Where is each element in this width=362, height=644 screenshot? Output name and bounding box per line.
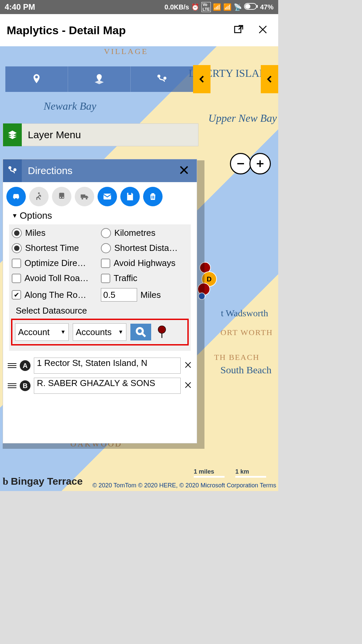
mode-car-button[interactable] — [6, 187, 26, 206]
scale-km: 1 km — [235, 468, 266, 478]
status-battery: 47% — [260, 3, 274, 11]
drag-handle-icon[interactable] — [8, 381, 16, 390]
volte-icon: VoLTE — [201, 2, 211, 12]
map-label: VILLAGE — [104, 47, 148, 56]
datasource-entity-select[interactable]: Account▼ — [15, 323, 69, 341]
datasource-label: Select Datasource — [12, 306, 188, 316]
save-route-button[interactable] — [120, 187, 140, 206]
waypoint-input[interactable]: R. SABER GHAZALY & SONS — [34, 378, 181, 394]
status-right: 0.0KB/s ⏰ VoLTE 📶 📶 📡 47% — [165, 2, 274, 12]
unit-miles-radio[interactable]: Miles — [12, 228, 99, 238]
delete-route-button[interactable] — [143, 187, 163, 206]
unit-km-radio[interactable]: Kilometres — [101, 228, 188, 238]
map-label: Upper New Bay — [208, 112, 277, 124]
close-button[interactable] — [257, 24, 268, 36]
svg-point-20 — [137, 328, 143, 334]
map-label: Newark Bay — [44, 100, 96, 112]
avoid-highways-checkbox[interactable]: Avoid Highways — [101, 258, 188, 268]
layers-icon — [3, 123, 22, 146]
svg-point-12 — [13, 168, 16, 171]
status-bar: 4:40 PM 0.0KB/s ⏰ VoLTE 📶 📶 📡 47% — [0, 0, 278, 14]
app-header: Maplytics - Detail Map — [0, 14, 278, 46]
signal-icon: 📶 — [213, 3, 221, 11]
directions-icon — [3, 159, 22, 182]
svg-point-9 — [158, 75, 161, 78]
alarm-icon: ⏰ — [191, 3, 199, 11]
shortest-time-radio[interactable]: Shortest Time — [12, 243, 99, 253]
bing-logo: b Bingay Terrace — [3, 476, 83, 487]
toolbar-pin-button[interactable] — [5, 66, 68, 92]
collapse-toolbar-button[interactable] — [193, 65, 210, 93]
waypoint-badge: A — [20, 360, 31, 371]
directions-panel: Directions ▼ Options Miles Kilometres Sh… — [3, 159, 197, 443]
radius-input[interactable] — [101, 288, 137, 302]
mode-transit-button[interactable] — [52, 187, 71, 206]
wifi-icon: 📡 — [234, 3, 242, 11]
layer-menu-title: Layer Menu — [28, 129, 81, 141]
datasource-view-select[interactable]: Accounts▼ — [73, 323, 126, 341]
map-label: t Wadsworth — [221, 308, 268, 319]
radius-unit: Miles — [140, 290, 161, 300]
toolbar-route-button[interactable] — [130, 66, 193, 92]
svg-point-21 — [158, 326, 166, 333]
directions-title: Directions — [28, 165, 72, 176]
svg-point-18 — [86, 198, 87, 200]
battery-icon — [244, 3, 258, 11]
options-toggle[interactable]: ▼ Options — [3, 208, 197, 224]
layer-menu[interactable]: Layer Menu — [3, 123, 198, 146]
zoom-out-button[interactable] — [230, 153, 251, 174]
map-label: TH BEACH — [214, 353, 259, 362]
along-route-radius: Miles — [101, 288, 188, 302]
svg-point-13 — [38, 193, 40, 194]
waypoint-input[interactable]: 1 Rector St, Staten Island, N — [34, 358, 181, 374]
toolbar-area-button[interactable] — [68, 66, 130, 92]
options-box: Miles Kilometres Shortest Time Shortest … — [9, 224, 191, 351]
clear-waypoint-button[interactable] — [184, 361, 192, 370]
datasource-highlight: Account▼ Accounts▼ — [11, 319, 189, 345]
search-datasource-button[interactable] — [130, 324, 151, 340]
svg-rect-2 — [257, 5, 258, 8]
clear-waypoint-button[interactable] — [184, 381, 192, 390]
exclude-pin-icon[interactable] — [155, 325, 169, 339]
shortest-distance-radio[interactable]: Shortest Dista… — [101, 243, 188, 253]
svg-rect-14 — [59, 193, 64, 199]
drag-handle-icon[interactable] — [8, 361, 16, 370]
chevron-down-icon: ▼ — [12, 212, 18, 219]
map-toolbar — [5, 66, 193, 92]
waypoint-row: B R. SABER GHAZALY & SONS — [8, 378, 192, 394]
avoid-tolls-checkbox[interactable]: Avoid Toll Roa… — [12, 273, 99, 283]
along-route-checkbox[interactable]: Along The Ro… — [12, 288, 99, 302]
options-label: Options — [20, 210, 52, 221]
svg-point-17 — [81, 198, 83, 200]
status-traffic: 0.0KB/s — [165, 3, 189, 11]
scale-miles: 1 miles — [194, 468, 225, 478]
page-title: Maplytics - Detail Map — [7, 24, 126, 37]
svg-point-16 — [62, 197, 64, 198]
svg-rect-1 — [245, 4, 250, 9]
zoom-in-button[interactable] — [249, 153, 271, 174]
open-external-button[interactable] — [233, 24, 244, 36]
svg-text:D: D — [207, 275, 212, 283]
side-panel-toggle-button[interactable] — [261, 65, 278, 93]
optimize-checkbox[interactable]: Optimize Dire… — [12, 258, 99, 268]
traffic-checkbox[interactable]: Traffic — [101, 273, 188, 283]
map-attribution[interactable]: © 2020 TomTom © 2020 HERE, © 2020 Micros… — [93, 482, 276, 489]
mode-walk-button[interactable] — [29, 187, 49, 206]
svg-point-15 — [60, 197, 61, 198]
signal2-icon: 📶 — [223, 3, 232, 11]
mode-truck-button[interactable] — [75, 187, 94, 206]
email-route-button[interactable] — [98, 187, 117, 206]
map-canvas[interactable]: VILLAGE LIBERTY ISLAND Newark Bay Upper … — [0, 46, 278, 491]
map-label: South Beach — [221, 364, 272, 376]
map-label: ORT WORTH — [221, 328, 273, 337]
close-directions-button[interactable] — [179, 165, 189, 177]
svg-rect-3 — [235, 26, 241, 33]
status-time: 4:40 PM — [5, 2, 35, 12]
svg-point-11 — [8, 166, 11, 169]
waypoint-row: A 1 Rector St, Staten Island, N — [8, 358, 192, 374]
svg-point-10 — [164, 77, 167, 80]
waypoint-badge: B — [20, 380, 31, 391]
